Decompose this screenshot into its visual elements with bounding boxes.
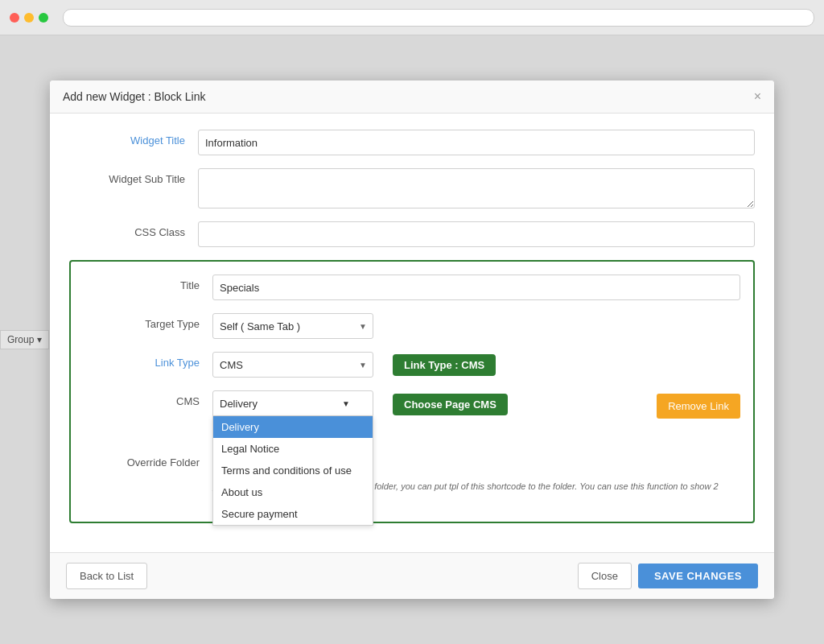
link-type-row: Link Type CMS URL Category Product ▼	[84, 352, 740, 378]
widget-title-input[interactable]	[198, 130, 755, 155]
target-type-select-wrapper: Self ( Same Tab ) _blank _parent _top ▼	[212, 313, 373, 339]
page-background: Group ▾ Add new Widget : Block Link × Wi…	[0, 35, 824, 644]
cms-selected-value: Delivery	[220, 398, 258, 410]
dot-green[interactable]	[39, 13, 48, 23]
modal-title: Add new Widget : Block Link	[63, 90, 205, 103]
cms-option-secure[interactable]: Secure payment	[213, 503, 373, 525]
modal-close-button[interactable]: ×	[754, 90, 761, 103]
modal-dialog: Add new Widget : Block Link × Widget Tit…	[50, 80, 774, 599]
green-section: Title Target Type Self ( Same Tab ) _bla…	[69, 260, 755, 523]
link-type-select-wrapper: CMS URL Category Product ▼	[212, 352, 373, 378]
css-class-label: CSS Class	[69, 221, 198, 238]
cms-option-about[interactable]: About us	[213, 481, 373, 503]
save-changes-button[interactable]: SAVE CHANGES	[638, 564, 758, 588]
dot-red[interactable]	[10, 13, 19, 23]
target-type-label: Target Type	[84, 313, 212, 330]
modal-overlay: Add new Widget : Block Link × Widget Tit…	[0, 35, 824, 644]
modal-footer: Back to List Close SAVE CHANGES	[50, 552, 774, 599]
close-button[interactable]: Close	[578, 563, 632, 589]
widget-subtitle-label: Widget Sub Title	[69, 168, 198, 185]
cms-option-delivery[interactable]: Delivery	[213, 416, 373, 438]
link-type-select[interactable]: CMS URL Category Product	[212, 352, 373, 378]
css-class-input[interactable]	[198, 221, 755, 247]
cms-option-legal-notice[interactable]: Legal Notice	[213, 438, 373, 460]
cms-dropdown-arrow-icon: ▼	[342, 399, 350, 408]
remove-link-button[interactable]: Remove Link	[657, 394, 740, 419]
cms-option-terms[interactable]: Terms and conditions of use	[213, 460, 373, 481]
cms-label: CMS	[84, 390, 212, 407]
override-folder-row: Override Folder [Developer Only] System …	[84, 452, 740, 506]
target-type-select[interactable]: Self ( Same Tab ) _blank _parent _top	[212, 313, 373, 339]
cms-badge: Choose Page CMS	[393, 394, 508, 415]
title-row: Title	[84, 275, 740, 300]
modal-header: Add new Widget : Block Link ×	[50, 80, 774, 114]
modal-body: Widget Title Widget Sub Title CSS Class	[50, 114, 774, 552]
override-folder-label: Override Folder	[84, 452, 212, 469]
address-bar[interactable]	[63, 9, 814, 27]
browser-chrome	[0, 0, 824, 35]
link-type-badge: Link Type : CMS	[393, 354, 496, 376]
title-input[interactable]	[212, 275, 740, 300]
cms-row: CMS Delivery ▼ Delive	[84, 390, 740, 439]
cms-dropdown-list: Delivery Legal Notice Terms and conditio…	[212, 416, 373, 526]
footer-right-buttons: Close SAVE CHANGES	[578, 563, 758, 589]
widget-title-label: Widget Title	[69, 130, 198, 147]
link-type-label: Link Type	[84, 352, 212, 369]
css-class-row: CSS Class	[69, 221, 755, 247]
cms-dropdown-selected[interactable]: Delivery ▼	[212, 390, 373, 416]
back-to-list-button[interactable]: Back to List	[66, 563, 147, 589]
widget-subtitle-row: Widget Sub Title	[69, 168, 755, 208]
dot-yellow[interactable]	[24, 13, 34, 23]
widget-title-row: Widget Title	[69, 130, 755, 155]
target-type-row: Target Type Self ( Same Tab ) _blank _pa…	[84, 313, 740, 339]
widget-subtitle-input[interactable]	[198, 168, 755, 208]
title-label: Title	[84, 275, 212, 291]
cms-dropdown-container: Delivery ▼ Delivery Legal Notice Terms a…	[212, 390, 373, 416]
